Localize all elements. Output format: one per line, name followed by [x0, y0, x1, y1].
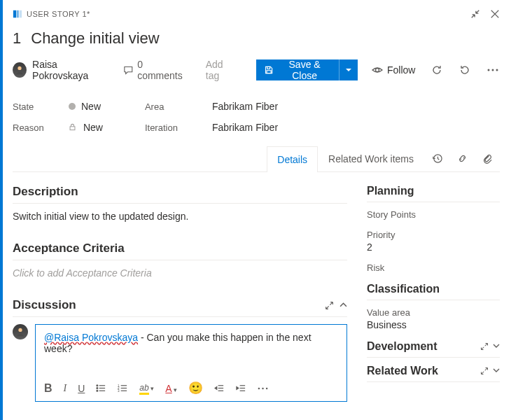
italic-button[interactable]: I — [64, 383, 67, 394]
work-item-id: 1 — [13, 29, 21, 48]
more-actions-button[interactable] — [486, 62, 500, 78]
expand-icon[interactable] — [480, 342, 489, 351]
bullet-list-button[interactable] — [96, 383, 106, 393]
chevron-up-icon[interactable] — [340, 301, 347, 310]
acceptance-criteria-placeholder[interactable]: Click to add Acceptance Criteria — [13, 267, 347, 279]
state-field[interactable]: New — [69, 101, 101, 112]
numbered-list-button[interactable]: 123 — [118, 383, 128, 393]
avatar — [13, 324, 28, 340]
svg-point-7 — [487, 69, 489, 71]
attachment-icon — [482, 153, 493, 164]
close-icon[interactable] — [490, 9, 500, 19]
iteration-label: Iteration — [145, 122, 192, 133]
discussion-comment-input[interactable]: @Raisa Pokrovskaya - Can you make this h… — [35, 324, 347, 402]
svg-rect-0 — [13, 10, 16, 18]
description-header: Description — [13, 185, 347, 199]
rich-text-toolbar: B I U 123 ab▾ A▾ 🙂 — [36, 375, 346, 401]
divider — [13, 203, 347, 204]
expand-icon[interactable] — [480, 367, 489, 375]
svg-point-16 — [97, 385, 98, 386]
decrease-indent-button[interactable] — [214, 383, 225, 393]
svg-point-3 — [18, 66, 21, 70]
undo-icon — [459, 64, 470, 76]
save-dropdown-button[interactable] — [339, 59, 358, 80]
state-dot-icon — [69, 103, 76, 110]
text-color-button[interactable]: A▾ — [165, 383, 176, 394]
divider — [13, 260, 347, 260]
svg-point-8 — [491, 69, 493, 71]
risk-label: Risk — [367, 262, 500, 273]
svg-point-6 — [375, 69, 379, 72]
bold-button[interactable]: B — [44, 382, 52, 395]
add-tag-button[interactable]: Add tag — [200, 56, 242, 84]
divider — [13, 316, 347, 317]
tab-attachments[interactable] — [475, 146, 500, 172]
reason-label: Reason — [13, 122, 49, 133]
increase-indent-button[interactable] — [236, 383, 246, 393]
revert-button[interactable] — [458, 62, 472, 78]
refresh-button[interactable] — [429, 62, 443, 78]
svg-rect-5 — [267, 71, 271, 74]
svg-rect-1 — [17, 10, 19, 18]
underline-button[interactable]: U — [78, 383, 85, 394]
reason-field[interactable]: New — [69, 122, 103, 133]
follow-button[interactable]: Follow — [372, 64, 415, 76]
avatar — [13, 62, 27, 78]
story-points-label: Story Points — [367, 209, 500, 220]
related-work-header: Related Work — [367, 365, 438, 377]
svg-rect-4 — [267, 66, 270, 69]
discussion-header: Discussion — [13, 298, 76, 312]
expand-icon[interactable] — [325, 301, 334, 310]
state-label: State — [13, 102, 49, 112]
follow-label: Follow — [387, 64, 415, 76]
save-icon — [265, 65, 273, 75]
emoji-button[interactable]: 🙂 — [188, 381, 203, 396]
highlight-button[interactable]: ab▾ — [139, 382, 154, 395]
chevron-down-icon[interactable] — [493, 367, 500, 375]
chevron-down-icon[interactable] — [493, 342, 500, 351]
assigned-to-field[interactable]: Raisa Pokrovskaya — [13, 59, 109, 81]
toolbar-more-button[interactable] — [258, 387, 268, 390]
priority-field[interactable]: 2 — [367, 241, 500, 253]
eye-icon — [372, 64, 383, 76]
refresh-icon — [431, 64, 442, 76]
ellipsis-icon — [487, 69, 498, 71]
acceptance-criteria-header: Acceptance Criteria — [13, 241, 347, 255]
collapse-icon[interactable] — [470, 9, 480, 19]
tab-related-work-items[interactable]: Related Work items — [318, 146, 424, 172]
svg-point-31 — [258, 387, 259, 388]
development-header: Development — [367, 340, 437, 353]
chevron-down-icon — [345, 66, 352, 74]
svg-point-12 — [18, 328, 22, 332]
iteration-field[interactable]: Fabrikam Fiber — [212, 122, 278, 133]
work-item-type-label: USER STORY 1* — [27, 10, 90, 18]
work-item-title[interactable]: Change initial view — [31, 29, 159, 48]
comments-count[interactable]: 0 comments — [123, 59, 186, 81]
save-close-split-button[interactable]: Save & Close — [256, 59, 358, 80]
save-close-label: Save & Close — [279, 59, 330, 81]
value-area-label: Value area — [367, 307, 500, 318]
svg-point-18 — [97, 390, 98, 391]
comments-label: 0 comments — [137, 59, 186, 81]
value-area-field[interactable]: Business — [367, 319, 500, 330]
svg-point-17 — [97, 388, 98, 389]
link-icon — [457, 153, 468, 164]
tab-links[interactable] — [449, 146, 475, 172]
svg-point-33 — [266, 387, 267, 388]
mention[interactable]: @Raisa Pokrovskaya — [44, 332, 138, 343]
tab-history[interactable] — [424, 146, 449, 172]
description-text[interactable]: Switch initial view to the updated desig… — [13, 211, 347, 222]
lock-icon — [69, 122, 79, 133]
divider — [367, 357, 500, 358]
area-field[interactable]: Fabrikam Fiber — [212, 101, 278, 112]
svg-text:3: 3 — [118, 389, 120, 393]
svg-rect-10 — [70, 127, 75, 130]
area-label: Area — [145, 102, 192, 112]
save-close-button[interactable]: Save & Close — [256, 59, 339, 80]
tab-details[interactable]: Details — [267, 146, 318, 172]
user-story-icon — [13, 9, 22, 19]
comment-icon — [123, 64, 134, 76]
svg-rect-2 — [20, 10, 22, 18]
assignee-name: Raisa Pokrovskaya — [32, 59, 108, 81]
classification-header: Classification — [367, 283, 500, 295]
